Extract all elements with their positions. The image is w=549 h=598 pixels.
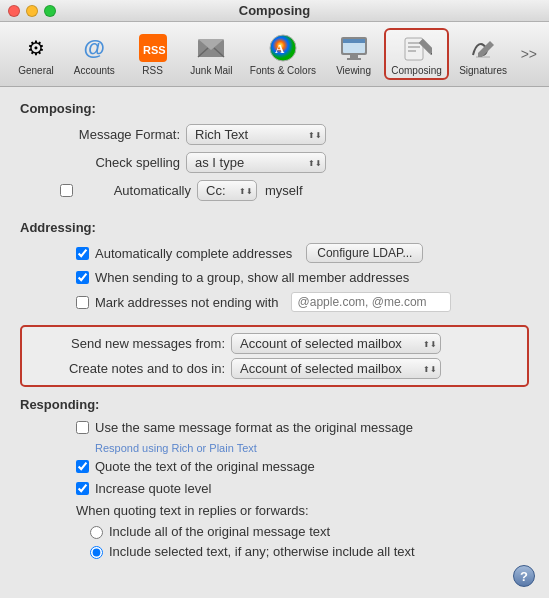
notes-select-wrapper[interactable]: Account of selected mailbox A specific a…	[231, 358, 441, 379]
content-area: Composing: Message Format: Rich Text Pla…	[0, 87, 549, 595]
quote-text-checkbox[interactable]	[76, 460, 89, 473]
check-spelling-row: Check spelling as I type never when I cl…	[60, 152, 529, 173]
send-from-label: Send new messages from:	[30, 336, 225, 351]
toolbar-item-viewing[interactable]: Viewing	[326, 28, 382, 80]
check-spelling-select[interactable]: as I type never when I click Send	[186, 152, 326, 173]
toolbar-label-composing: Composing	[391, 65, 442, 76]
message-format-select[interactable]: Rich Text Plain Text	[186, 124, 326, 145]
svg-rect-12	[347, 58, 361, 60]
toolbar-item-rss[interactable]: RSS RSS	[125, 28, 181, 80]
send-from-select-wrapper[interactable]: Account of selected mailbox A specific a…	[231, 333, 441, 354]
auto-complete-checkbox[interactable]	[76, 247, 89, 260]
viewing-icon	[338, 32, 370, 64]
notes-label: Create notes and to dos in:	[30, 361, 225, 376]
toolbar: ⚙ General @ Accounts RSS RSS Junk Mail	[0, 22, 549, 87]
configure-ldap-button[interactable]: Configure LDAP...	[306, 243, 423, 263]
check-spelling-select-wrapper[interactable]: as I type never when I click Send	[186, 152, 326, 173]
toolbar-item-general[interactable]: ⚙ General	[8, 28, 64, 80]
when-quoting-label: When quoting text in replies or forwards…	[76, 503, 529, 518]
notes-row: Create notes and to dos in: Account of s…	[30, 358, 519, 379]
send-from-select[interactable]: Account of selected mailbox A specific a…	[231, 333, 441, 354]
same-format-checkbox[interactable]	[76, 421, 89, 434]
toolbar-label-signatures: Signatures	[459, 65, 507, 76]
rss-icon: RSS	[137, 32, 169, 64]
automatically-select[interactable]: Cc: Bcc:	[197, 180, 257, 201]
svg-text:A: A	[275, 41, 285, 56]
toolbar-item-junkmail[interactable]: Junk Mail	[183, 28, 241, 80]
composing-icon	[401, 32, 433, 64]
include-selected-label: Include selected text, if any; otherwise…	[109, 544, 415, 559]
automatically-select-wrapper[interactable]: Cc: Bcc:	[197, 180, 257, 201]
notes-select[interactable]: Account of selected mailbox A specific a…	[231, 358, 441, 379]
signatures-icon	[467, 32, 499, 64]
svg-rect-10	[343, 39, 365, 43]
include-selected-radio[interactable]	[90, 546, 103, 559]
auto-complete-label: Automatically complete addresses	[95, 246, 292, 261]
accounts-icon: @	[78, 32, 110, 64]
myself-label: myself	[265, 183, 303, 198]
fonts-icon: A	[267, 32, 299, 64]
increase-quote-label: Increase quote level	[95, 481, 211, 496]
window-title: Composing	[239, 3, 311, 18]
minimize-button[interactable]	[26, 5, 38, 17]
toolbar-more[interactable]: >>	[517, 42, 541, 66]
group-show-label: When sending to a group, show all member…	[95, 270, 409, 285]
automatically-label: Automatically	[79, 183, 191, 198]
respond-subtext: Respond using Rich or Plain Text	[95, 442, 529, 454]
automatically-checkbox[interactable]	[60, 184, 73, 197]
check-spelling-label: Check spelling	[60, 155, 180, 170]
mark-addresses-label: Mark addresses not ending with	[95, 295, 279, 310]
toolbar-item-signatures[interactable]: Signatures	[451, 28, 514, 80]
toolbar-label-junkmail: Junk Mail	[190, 65, 232, 76]
svg-text:RSS: RSS	[143, 44, 166, 56]
send-from-row: Send new messages from: Account of selec…	[30, 333, 519, 354]
include-all-radio[interactable]	[90, 526, 103, 539]
toolbar-label-viewing: Viewing	[336, 65, 371, 76]
toolbar-item-fonts[interactable]: A Fonts & Colors	[242, 28, 323, 80]
help-button[interactable]: ?	[513, 565, 535, 587]
quote-text-label: Quote the text of the original message	[95, 459, 315, 474]
composing-section-label: Composing:	[20, 101, 529, 116]
send-section: Send new messages from: Account of selec…	[20, 325, 529, 387]
same-format-row: Use the same message format as the origi…	[76, 420, 529, 435]
general-icon: ⚙	[20, 32, 52, 64]
close-button[interactable]	[8, 5, 20, 17]
increase-quote-checkbox[interactable]	[76, 482, 89, 495]
responding-section-label: Responding:	[20, 397, 529, 412]
message-format-row: Message Format: Rich Text Plain Text	[60, 124, 529, 145]
toolbar-label-rss: RSS	[142, 65, 163, 76]
title-bar: Composing	[0, 0, 549, 22]
group-show-row: When sending to a group, show all member…	[76, 270, 529, 285]
increase-quote-row: Increase quote level	[76, 481, 529, 496]
message-format-select-wrapper[interactable]: Rich Text Plain Text	[186, 124, 326, 145]
same-format-label: Use the same message format as the origi…	[95, 420, 413, 435]
maximize-button[interactable]	[44, 5, 56, 17]
automatically-row: Automatically Cc: Bcc: myself	[60, 180, 529, 201]
mark-addresses-input[interactable]	[291, 292, 451, 312]
mark-addresses-row: Mark addresses not ending with	[76, 292, 529, 312]
addressing-section-label: Addressing:	[20, 220, 529, 235]
toolbar-item-composing[interactable]: Composing	[384, 28, 450, 80]
traffic-lights	[8, 5, 56, 17]
message-format-label: Message Format:	[60, 127, 180, 142]
include-all-row: Include all of the original message text	[90, 524, 529, 539]
toolbar-label-general: General	[18, 65, 54, 76]
svg-rect-11	[350, 55, 358, 58]
toolbar-label-accounts: Accounts	[74, 65, 115, 76]
group-show-checkbox[interactable]	[76, 271, 89, 284]
auto-complete-row: Automatically complete addresses Configu…	[76, 243, 529, 263]
mark-addresses-checkbox[interactable]	[76, 296, 89, 309]
quote-text-row: Quote the text of the original message	[76, 459, 529, 474]
toolbar-item-accounts[interactable]: @ Accounts	[66, 28, 123, 80]
include-selected-row: Include selected text, if any; otherwise…	[90, 544, 529, 559]
include-all-label: Include all of the original message text	[109, 524, 330, 539]
junkmail-icon	[195, 32, 227, 64]
toolbar-label-fonts: Fonts & Colors	[250, 65, 316, 76]
